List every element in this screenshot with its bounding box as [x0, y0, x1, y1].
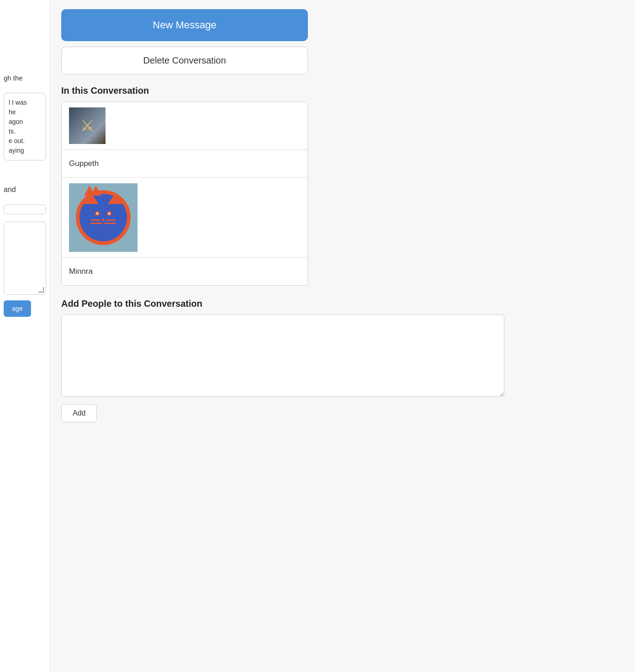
- left-panel: gh the l I was he agon ts. e out. aying …: [0, 0, 50, 672]
- new-message-button[interactable]: New Message: [61, 9, 308, 41]
- partial-text-1: gh the: [4, 73, 46, 84]
- and-text: and: [4, 184, 46, 195]
- minnra-name: Minnra: [69, 263, 300, 280]
- minnra-name-item: Minnra: [62, 258, 307, 285]
- left-send-button[interactable]: age: [4, 300, 31, 317]
- message-bubble-1: l I was he agon ts. e out. aying: [4, 93, 46, 160]
- participants-list: Guppeth: [61, 101, 308, 286]
- guppeth-name-item: Guppeth: [62, 150, 307, 178]
- message-text-1: l I was he agon ts. e out. aying: [9, 99, 27, 154]
- right-panel: New Message Delete Conversation In this …: [50, 0, 635, 672]
- svg-marker-1: [108, 194, 122, 204]
- minnra-avatar-container: [69, 183, 138, 252]
- left-compose-area[interactable]: [4, 222, 46, 295]
- add-button[interactable]: Add: [61, 404, 97, 422]
- cat-eye-left: [95, 211, 100, 216]
- cat-eye-right: [107, 211, 111, 216]
- guppeth-avatar-inner: [69, 107, 106, 144]
- add-people-textarea[interactable]: [61, 315, 504, 397]
- cat-ears-svg: [76, 190, 131, 245]
- delete-conversation-button[interactable]: Delete Conversation: [61, 47, 308, 75]
- minnra-avatar-item: [62, 178, 307, 258]
- add-people-title: Add People to this Conversation: [61, 299, 624, 309]
- message-bubble-2: [4, 204, 46, 214]
- in-conversation-title: In this Conversation: [61, 85, 624, 96]
- guppeth-name: Guppeth: [69, 155, 300, 172]
- guppeth-avatar: [69, 107, 106, 144]
- svg-marker-0: [84, 194, 99, 204]
- guppeth-avatar-item: [62, 102, 307, 150]
- minnra-cat-circle: [76, 190, 131, 245]
- page-wrapper: gh the l I was he agon ts. e out. aying …: [0, 0, 635, 672]
